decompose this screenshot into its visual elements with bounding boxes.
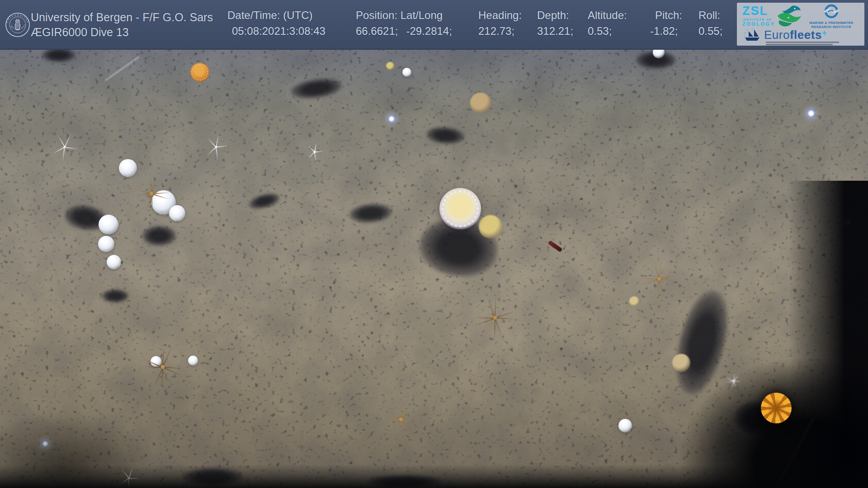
orange-rose-anemone [761,393,792,423]
position-label: Position: Lat/Long [356,9,443,22]
dark-stalk [773,417,815,488]
roll-label: Roll: [698,9,720,22]
datetime-value: 05:08:2021:3:08:43 [232,25,326,37]
heading-label: Heading: [478,9,522,22]
telemetry-bar: UNIVERSITAS BERGENSIS University of Berg… [0,0,868,50]
datetime-label: Date/Time: (UTC) [227,9,312,22]
position-value: 66.6621; [356,25,398,37]
rov-video-frame: UNIVERSITAS BERGENSIS University of Berg… [0,0,868,488]
position-value2: -29.2814; [406,25,452,37]
pitch-label: Pitch: [655,9,682,22]
eurofleets-wordmark: Eurofleets+ [764,28,827,42]
eurofleets-ship-icon [743,28,761,42]
fish-logo-icon [775,4,802,29]
eurofleets-fineprint [766,42,839,46]
university-of-bergen-seal: UNIVERSITAS BERGENSIS [5,12,30,38]
foreground-features [0,0,868,488]
vessel-title: University of Bergen - F/F G.O. Sars ÆGI… [31,10,213,40]
mfri-logo: MARINE & FRESHWATER RESEARCH INSTITUTE [801,4,862,29]
roll-value: 0.55; [698,25,722,37]
altitude-label: Altitude: [588,9,627,22]
altitude-value: 0.53; [588,25,612,37]
vessel-line1: University of Bergen - F/F G.O. Sars [31,10,213,25]
mfri-wave-icon [824,4,839,19]
heading-value: 212.73; [478,25,514,37]
depth-value: 312.21; [537,25,573,37]
logo-panel: ZSL INSTITUTE OF ZOOLOGY MARINE & FRESHW… [737,3,864,46]
depth-label: Depth: [537,9,569,22]
pitch-value: -1.82; [650,25,678,37]
vessel-line2: ÆGIR6000 Dive 13 [31,25,213,40]
zsl-logo: ZSL INSTITUTE OF ZOOLOGY [742,5,775,27]
zsl-wordmark: ZSL [742,5,775,17]
